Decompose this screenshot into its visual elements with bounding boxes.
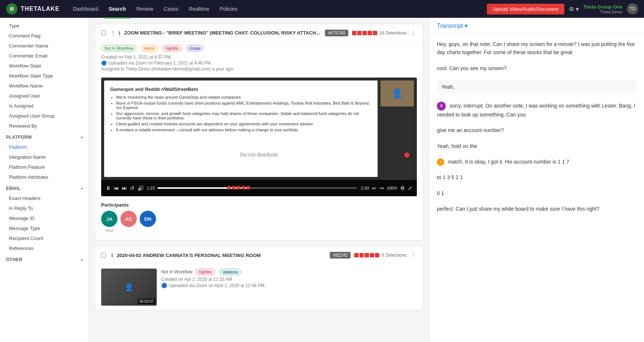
progress-bar[interactable] — [157, 187, 356, 189]
card2-detection-bars: 6 Detections — [354, 253, 406, 258]
sidebar-item-workflow-state[interactable]: Workflow State — [0, 61, 89, 71]
slide-bullets: We're monitoring the news around GameSto… — [110, 95, 372, 132]
nav-links: Dashboard Search Review Cases Realtime P… — [69, 4, 478, 13]
transcript-entry-8: to 1 3 5 2 1 — [437, 173, 637, 181]
card1-header: ↑ ℹ ZOOM MEETING - "BRIEF MEETING" (MEET… — [95, 24, 423, 42]
upload-button[interactable]: Upload Video/Audio/Document — [487, 4, 565, 14]
card1-tag-ztopia[interactable]: ztopia — [186, 45, 204, 52]
sidebar-item-message-type[interactable]: Message Type — [0, 223, 89, 233]
card2-tag-dataloss[interactable]: dataloss — [219, 269, 241, 275]
card2-body: 👤 00:02:07 Not In Workflow highlite data… — [95, 264, 423, 310]
sidebar-item-type[interactable]: Type — [0, 21, 89, 31]
card1-uploaded: Uploaded via Zoom on February 1, 2021 at… — [108, 60, 211, 66]
transcript-text-10: perfect. Can I just share my white board… — [437, 206, 600, 212]
skip-back-button[interactable]: ⏮ — [114, 185, 119, 191]
sidebar-item-in-reply-to[interactable]: In Reply To — [0, 203, 89, 213]
sidebar-item-platform[interactable]: Platform — [0, 142, 89, 152]
slide-title: Gamespot and Reddit r/WallStreetBets — [110, 86, 372, 92]
transcript-text-3: Yeah, — [441, 84, 454, 90]
transcript-chevron: ▾ — [465, 22, 468, 29]
gear-icon[interactable]: ⚙ ▾ — [569, 6, 578, 13]
sidebar-item-workflow-state-type[interactable]: Workflow State Type — [0, 71, 89, 81]
result-card-2: ℹ 2020-04-02 ANDREW CANNATA'S PERSONAL M… — [95, 246, 423, 310]
sidebar-item-platform-attributes[interactable]: Platform Attributes — [0, 172, 89, 182]
transcript-text-4: sorry, interrupt. On another note, I was… — [437, 103, 635, 118]
card1-body: Gamespot and Reddit r/WallStreetBets We'… — [95, 78, 423, 240]
sidebar-item-integration-name[interactable]: Integration Name — [0, 152, 89, 162]
forward-button[interactable]: ↪ — [379, 185, 384, 191]
sidebar-item-is-assigned[interactable]: Is Assigned — [0, 101, 89, 111]
warn-badge: ! — [437, 158, 444, 166]
nav-policies[interactable]: Policies — [215, 4, 242, 13]
skip-forward-button[interactable]: ⏭ — [122, 185, 127, 191]
volume-button[interactable]: 🔊 — [137, 185, 144, 191]
other-section-header[interactable]: OTHER ▾ — [0, 253, 89, 264]
sidebar-item-references[interactable]: References — [0, 243, 89, 253]
platform-chevron: ▾ — [81, 135, 83, 139]
participants-section: Participants JA Host AC DN — [101, 199, 417, 236]
nav-review[interactable]: Review — [132, 4, 158, 13]
sidebar-item-assigned-user-group[interactable]: Assigned User Group — [0, 111, 89, 121]
video-container: Gamespot and Reddit r/WallStreetBets We'… — [101, 78, 417, 196]
user-demo: Theta Demo — [600, 10, 623, 14]
result-card-1: ↑ ℹ ZOOM MEETING - "BRIEF MEETING" (MEET… — [95, 24, 423, 240]
transcript-header: Transcript ▾ — [429, 18, 644, 34]
card1-tag-highlite[interactable]: highlite — [162, 45, 182, 52]
nav-cases[interactable]: Cases — [159, 4, 183, 13]
email-section-header[interactable]: EMAIL ▾ — [0, 182, 89, 193]
nav-right: Upload Video/Audio/Document ⚙ ▾ Theta Gr… — [487, 3, 638, 14]
slide-bullet-2: None of FSGA mutual funds currently have… — [116, 101, 372, 110]
sidebar-item-message-id[interactable]: Message ID — [0, 213, 89, 223]
slide-area: Gamespot and Reddit r/WallStreetBets We'… — [104, 80, 378, 177]
bar4 — [368, 31, 372, 35]
sidebar-item-comment-flag[interactable]: Comment Flag — [0, 31, 89, 41]
bar2 — [357, 31, 362, 35]
loop-button[interactable]: ↺ — [130, 185, 135, 191]
c2-bar1 — [354, 253, 359, 257]
card1-created: Created on Feb 1, 2021 at 4:37 PM — [101, 55, 417, 60]
sidebar-item-commenter-name[interactable]: Commenter Name — [0, 41, 89, 51]
card1-more-options[interactable]: ⋮ — [410, 29, 417, 37]
bar1 — [352, 31, 356, 35]
card2-tag-highlite[interactable]: highlite — [195, 269, 215, 275]
card1-tag-workflow[interactable]: Not In Workflow — [101, 45, 136, 52]
participant-avatars: JA Host AC DN — [101, 211, 417, 233]
nav-dashboard[interactable]: Dashboard — [69, 4, 103, 13]
settings-button[interactable]: ⚙ — [400, 185, 405, 191]
sidebar-item-exact-headers[interactable]: Exact Headers — [0, 193, 89, 203]
sidebar-item-commenter-email[interactable]: Commenter Email — [0, 51, 89, 61]
right-panel: Transcript ▾ Hey, guys, on that note. Ca… — [429, 18, 644, 342]
slide-bullet-3: Our aggressive, income, and growth fund … — [116, 111, 372, 120]
sidebar-item-reviewed-by[interactable]: Reviewed By — [0, 121, 89, 131]
card2-more-options[interactable]: ⋮ — [410, 251, 417, 259]
card2-checkbox[interactable] — [101, 253, 106, 258]
avatar: TD — [627, 3, 638, 14]
play-pause-button[interactable]: ⏸ — [106, 185, 111, 191]
time-elapsed: 1:23 — [147, 186, 155, 190]
card2-thumbnail: 👤 00:02:07 — [101, 269, 157, 306]
transcript-title[interactable]: Transcript ▾ — [437, 22, 468, 29]
card1-tag-demo[interactable]: demo — [141, 45, 158, 52]
dot5 — [246, 186, 250, 190]
sidebar-item-assigned-user[interactable]: Assigned User — [0, 91, 89, 101]
transcript-text-8: to 1 3 5 2 1 — [437, 174, 463, 180]
rewind-button[interactable]: ↩ — [372, 185, 376, 191]
nav-realtime[interactable]: Realtime — [185, 4, 214, 13]
sidebar-item-workflow-name[interactable]: Workflow Name — [0, 81, 89, 91]
logo[interactable]: Θ THETALAKE — [6, 3, 60, 15]
user-info: Theta Group One Theta Demo — [583, 4, 623, 14]
nav-search[interactable]: Search — [104, 4, 130, 13]
card1-checkbox[interactable] — [101, 30, 106, 35]
sidebar-item-recipient-count[interactable]: Recipient Count — [0, 233, 89, 243]
transcript-text-6: Yeah, hold on the — [437, 143, 477, 149]
transcript-label: Transcript — [437, 23, 463, 29]
video-controls: ⏸ ⏮ ⏭ ↺ 🔊 1:23 — [101, 180, 417, 196]
c2-bar5 — [375, 253, 379, 257]
transcript-entry-7: ! match. It is okay, I got it. His accou… — [437, 158, 637, 166]
fullscreen-button[interactable]: ⤢ — [408, 185, 412, 191]
sidebar-item-platform-feature[interactable]: Platform Feature — [0, 162, 89, 172]
bar5 — [373, 31, 377, 35]
platform-section-header[interactable]: PLATFORM ▾ — [0, 131, 89, 142]
main-content: ↑ ℹ ZOOM MEETING - "BRIEF MEETING" (MEET… — [89, 18, 429, 342]
transcript-entry-10: perfect. Can I just share my white board… — [437, 205, 637, 213]
